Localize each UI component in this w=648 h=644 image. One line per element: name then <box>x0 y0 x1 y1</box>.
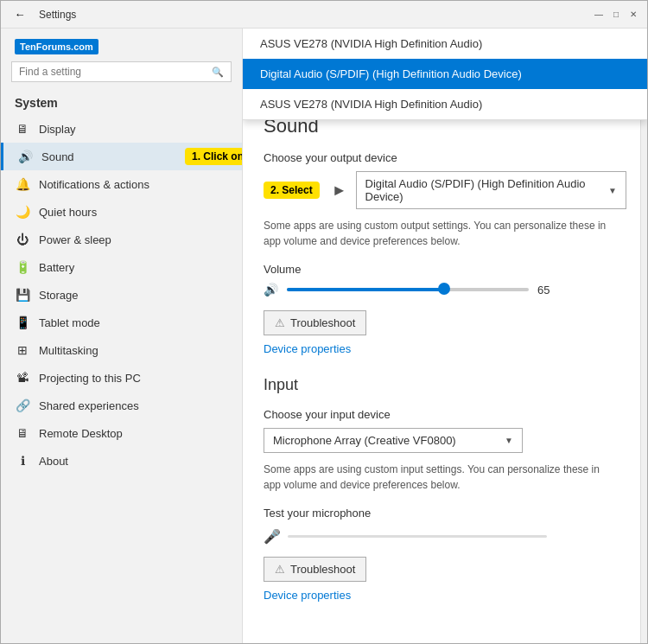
sidebar: TenForums.com 🔍 System 🖥 Display 🔊 Sound… <box>1 29 243 643</box>
battery-icon: 🔋 <box>15 260 30 274</box>
settings-window: ← Settings — □ ✕ TenForums.com 🔍 System … <box>0 0 648 644</box>
output-troubleshoot-label: Troubleshoot <box>290 316 355 329</box>
input-dropdown-arrow-icon: ▼ <box>505 436 513 445</box>
sidebar-item-multitasking[interactable]: ⊞ Multitasking <box>1 336 242 364</box>
input-device-value: Microphone Array (Creative VF0800) <box>273 434 456 447</box>
sidebar-item-display-label: Display <box>39 123 76 136</box>
volume-value: 65 <box>537 284 550 296</box>
sidebar-item-display[interactable]: 🖥 Display <box>1 115 242 143</box>
notifications-icon: 🔔 <box>15 177 30 191</box>
output-device-properties-link[interactable]: Device properties <box>264 342 351 355</box>
output-device-label: Choose your output device <box>264 151 626 164</box>
sound-icon: 🔊 <box>17 150 33 163</box>
sidebar-item-tablet[interactable]: 📱 Tablet mode <box>1 309 242 336</box>
dropdown-arrow-icon: ▼ <box>608 186 617 195</box>
sidebar-item-shared[interactable]: 🔗 Shared experiences <box>1 392 242 419</box>
input-device-properties-link[interactable]: Device properties <box>264 589 351 602</box>
output-troubleshoot-button[interactable]: ⚠ Troubleshoot <box>264 310 366 335</box>
sidebar-item-sound[interactable]: 🔊 Sound 1. Click on <box>1 143 242 170</box>
input-helper-text: Some apps are using custom input setting… <box>264 462 609 493</box>
mic-level-bar <box>288 535 547 538</box>
power-icon: ⏻ <box>15 233 30 246</box>
warn-icon-output: ⚠ <box>275 316 285 329</box>
sidebar-item-quiet-hours[interactable]: 🌙 Quiet hours <box>1 198 242 226</box>
window-title: Settings <box>39 9 588 21</box>
logo: TenForums.com <box>15 39 98 54</box>
display-icon: 🖥 <box>15 122 30 136</box>
quiet-hours-icon: 🌙 <box>15 205 30 219</box>
volume-icon: 🔊 <box>264 283 278 296</box>
annotation-click-on: 1. Click on <box>185 148 243 165</box>
output-device-select[interactable]: Digital Audio (S/PDIF) (High Definition … <box>356 171 626 209</box>
search-input[interactable] <box>19 66 212 78</box>
maximize-button[interactable]: □ <box>609 8 623 22</box>
sidebar-header: System <box>1 89 242 115</box>
sidebar-item-notifications[interactable]: 🔔 Notifications & actions <box>1 170 242 198</box>
dropdown-item-asus2[interactable]: ASUS VE278 (NVIDIA High Definition Audio… <box>243 89 647 119</box>
volume-row: 🔊 65 <box>264 283 626 296</box>
sidebar-item-power[interactable]: ⏻ Power & sleep <box>1 226 242 253</box>
sidebar-item-storage-label: Storage <box>39 289 79 302</box>
close-button[interactable]: ✕ <box>626 8 640 22</box>
output-helper-text: Some apps are using custom output settin… <box>264 218 609 249</box>
test-microphone-label: Test your microphone <box>264 507 626 520</box>
input-troubleshoot-label: Troubleshoot <box>290 563 355 576</box>
dropdown-overlay: ASUS VE278 (NVIDIA High Definition Audio… <box>243 29 647 120</box>
tablet-icon: 📱 <box>15 316 30 329</box>
dropdown-item-asus1[interactable]: ASUS VE278 (NVIDIA High Definition Audio… <box>243 29 647 59</box>
input-device-label: Choose your input device <box>264 408 626 421</box>
output-select-row: 2. Select ► Digital Audio (S/PDIF) (High… <box>264 171 626 209</box>
main-layout: TenForums.com 🔍 System 🖥 Display 🔊 Sound… <box>1 29 647 643</box>
annotation-select: 2. Select <box>264 182 320 199</box>
sidebar-item-remote-label: Remote Desktop <box>39 427 123 440</box>
dropdown-item-digital[interactable]: Digital Audio (S/PDIF) (High Definition … <box>243 59 647 89</box>
shared-icon: 🔗 <box>15 399 30 412</box>
scrollbar[interactable] <box>640 29 647 643</box>
warn-icon-input: ⚠ <box>275 563 285 576</box>
input-section-title: Input <box>264 376 626 394</box>
window-controls: — □ ✕ <box>588 8 640 22</box>
logo-area: TenForums.com <box>1 29 242 61</box>
volume-thumb[interactable] <box>438 283 450 295</box>
output-device-value: Digital Audio (S/PDIF) (High Definition … <box>365 177 609 203</box>
sidebar-item-projecting-label: Projecting to this PC <box>39 372 141 385</box>
search-icon: 🔍 <box>212 67 224 78</box>
remote-icon: 🖥 <box>15 426 30 440</box>
sidebar-item-multitasking-label: Multitasking <box>39 344 98 357</box>
sidebar-item-about-label: About <box>39 455 68 468</box>
storage-icon: 💾 <box>15 288 30 302</box>
titlebar: ← Settings — □ ✕ <box>1 1 647 29</box>
projecting-icon: 📽 <box>15 371 30 385</box>
volume-label: Volume <box>264 263 626 276</box>
search-box[interactable]: 🔍 <box>11 61 232 82</box>
sidebar-item-about[interactable]: ℹ About <box>1 447 242 475</box>
volume-section: Volume 🔊 65 <box>264 263 626 296</box>
sidebar-item-sound-label: Sound <box>41 150 74 163</box>
input-device-select[interactable]: Microphone Array (Creative VF0800) ▼ <box>264 428 523 453</box>
content-area: ASUS VE278 (NVIDIA High Definition Audio… <box>243 29 647 643</box>
input-section: Input Choose your input device Microphon… <box>264 376 626 602</box>
sidebar-item-quiet-hours-label: Quiet hours <box>39 206 97 219</box>
sidebar-item-battery[interactable]: 🔋 Battery <box>1 253 242 281</box>
select-callout-arrow: ► <box>332 182 347 200</box>
volume-slider[interactable] <box>287 288 529 291</box>
sidebar-item-projecting[interactable]: 📽 Projecting to this PC <box>1 364 242 392</box>
sidebar-item-tablet-label: Tablet mode <box>39 316 100 329</box>
sidebar-item-battery-label: Battery <box>39 261 74 274</box>
sidebar-item-notifications-label: Notifications & actions <box>39 178 149 191</box>
back-button[interactable]: ← <box>8 3 32 27</box>
sidebar-item-shared-label: Shared experiences <box>39 399 139 412</box>
microphone-icon: 🎤 <box>264 528 281 545</box>
input-troubleshoot-button[interactable]: ⚠ Troubleshoot <box>264 557 366 582</box>
minimize-button[interactable]: — <box>592 8 606 22</box>
sidebar-item-power-label: Power & sleep <box>39 233 111 246</box>
volume-fill <box>287 288 444 291</box>
about-icon: ℹ <box>15 454 30 468</box>
sidebar-item-storage[interactable]: 💾 Storage <box>1 281 242 309</box>
multitasking-icon: ⊞ <box>15 343 30 357</box>
sidebar-item-remote[interactable]: 🖥 Remote Desktop <box>1 419 242 447</box>
mic-test-row: 🎤 <box>264 528 626 545</box>
